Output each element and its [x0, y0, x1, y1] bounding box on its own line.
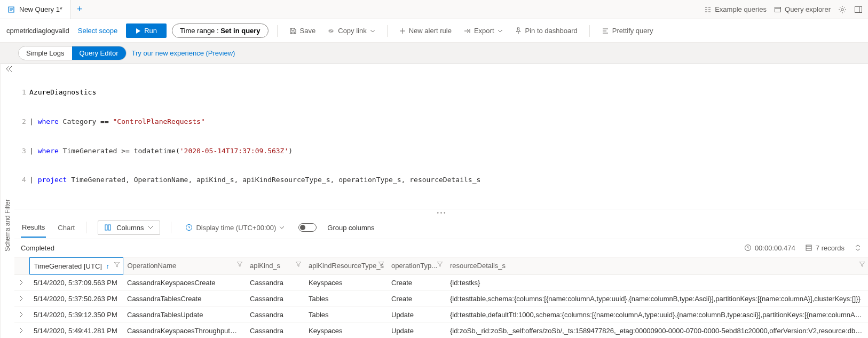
filter-icon[interactable]: [378, 262, 384, 267]
chevron-down-icon: [498, 28, 503, 34]
cell-details: {id:testtable,schema:{columns:[{name:col…: [446, 290, 868, 306]
table-header-row: TimeGenerated [UTC] ↑ OperationName apiK…: [14, 257, 868, 274]
cell-otype: Create: [387, 290, 446, 306]
chevron-down-icon: [370, 28, 375, 34]
example-queries-button[interactable]: Example queries: [704, 5, 767, 13]
prettify-label: Prettify query: [612, 27, 653, 35]
svg-rect-7: [806, 245, 811, 250]
play-icon: [136, 28, 141, 34]
expand-row-button[interactable]: [14, 290, 29, 306]
columns-icon: [105, 224, 112, 231]
chevron-down-icon: [148, 225, 153, 230]
cell-time: 5/14/2020, 5:37:09.563 PM: [29, 274, 123, 290]
cell-operation: CassandraKeyspacesCreate: [123, 274, 246, 290]
col-apikind[interactable]: apiKind_s: [246, 257, 304, 274]
splitter[interactable]: • • •: [14, 209, 868, 217]
divider: [387, 25, 388, 37]
chevron-expand-icon[interactable]: [854, 244, 862, 251]
elapsed-time: 00:00:00.474: [755, 244, 795, 252]
prettify-button[interactable]: Prettify query: [598, 27, 657, 35]
results-toolbar: Results Chart Columns Display time (UTC+…: [14, 217, 868, 239]
cell-details: {id:testtable,defaultTtl:1000,schema:{co…: [446, 306, 868, 323]
divider: [589, 25, 590, 37]
cell-rtype: Keyspaces: [304, 274, 387, 290]
settings-icon[interactable]: [838, 5, 847, 14]
status-bar: Completed 00:00:00.474 7 records: [14, 239, 868, 257]
cell-otype: Create: [387, 274, 446, 290]
cell-details: {id:testks}: [446, 274, 868, 290]
panel-icon[interactable]: [854, 5, 863, 14]
query-editor[interactable]: 1AzureDiagnostics 2| where Category == "…: [14, 64, 868, 209]
record-count: 7 records: [816, 244, 845, 252]
cell-operation: CassandraTablesCreate: [123, 290, 246, 306]
pin-button[interactable]: Pin to dashboard: [511, 27, 581, 35]
columns-label: Columns: [116, 224, 144, 232]
columns-button[interactable]: Columns: [98, 221, 160, 235]
svg-rect-0: [775, 7, 781, 12]
format-icon: [602, 27, 609, 35]
preview-link[interactable]: Try our new experience (Preview): [132, 49, 235, 57]
time-range-button[interactable]: Time range : Set in query: [172, 23, 269, 38]
new-alert-rule-button[interactable]: New alert rule: [396, 27, 455, 35]
sort-asc-icon: ↑: [106, 262, 110, 270]
col-resourcetype[interactable]: apiKindResourceType_s: [304, 257, 387, 274]
simple-logs-tab[interactable]: Simple Logs: [19, 46, 72, 60]
svg-rect-4: [108, 225, 111, 230]
tab-new-query[interactable]: New Query 1*: [0, 0, 70, 19]
kw-where: where: [38, 117, 59, 125]
query-explorer-button[interactable]: Query explorer: [774, 5, 831, 13]
table-row[interactable]: 5/14/2020, 5:37:50.263 PMCassandraTables…: [14, 290, 868, 306]
schema-filter-panel-label[interactable]: Schema and Filter: [0, 64, 14, 338]
col-resourcedetails[interactable]: resourceDetails_s: [446, 257, 868, 274]
scope-name: cpmetricdiaglogvalid: [6, 27, 69, 35]
tab-results[interactable]: Results: [21, 218, 46, 238]
svg-rect-2: [855, 6, 862, 12]
cell-kind: Cassandra: [246, 323, 304, 338]
table-row[interactable]: 5/14/2020, 5:37:09.563 PMCassandraKeyspa…: [14, 274, 868, 290]
export-label: Export: [474, 27, 494, 35]
mode-toggle: Simple Logs Query Editor: [18, 46, 127, 60]
tab-bar: New Query 1* + Example queries Query exp…: [0, 0, 868, 19]
mode-bar: Simple Logs Query Editor Try our new exp…: [0, 43, 868, 64]
divider: [277, 25, 278, 37]
toolbar: cpmetricdiaglogvalid Select scope Run Ti…: [0, 19, 868, 43]
cell-time: 5/14/2020, 5:39:12.350 PM: [29, 306, 123, 323]
display-time-label: Display time (UTC+00:00): [196, 224, 276, 232]
display-time-button[interactable]: Display time (UTC+00:00): [182, 224, 288, 232]
cell-otype: Update: [387, 306, 446, 323]
example-queries-label: Example queries: [715, 5, 767, 13]
time-range-value: Set in query: [220, 27, 260, 35]
cell-details: {id:zoSb,_rid:zoSb,_self:offers/zoSb/,_t…: [446, 323, 868, 338]
export-button[interactable]: Export: [460, 27, 506, 35]
col-operationtype[interactable]: operationTyp...: [387, 257, 446, 274]
col-timegenerated[interactable]: TimeGenerated [UTC] ↑: [29, 257, 123, 274]
cell-kind: Cassandra: [246, 274, 304, 290]
filter-icon[interactable]: [859, 262, 865, 267]
expand-row-button[interactable]: [14, 274, 29, 290]
save-icon: [289, 27, 297, 35]
add-tab-button[interactable]: +: [70, 4, 89, 15]
table-row[interactable]: 5/14/2020, 5:39:12.350 PMCassandraTables…: [14, 306, 868, 323]
save-button[interactable]: Save: [286, 27, 319, 35]
tab-label: New Query 1*: [19, 5, 62, 13]
filter-icon[interactable]: [237, 262, 242, 267]
expand-row-button[interactable]: [14, 306, 29, 323]
copy-link-button[interactable]: Copy link: [324, 27, 378, 35]
group-columns-toggle[interactable]: [298, 223, 317, 232]
kw-where: where: [38, 147, 59, 155]
filter-icon[interactable]: [296, 262, 301, 267]
cell-kind: Cassandra: [246, 306, 304, 323]
filter-icon[interactable]: [437, 262, 443, 267]
table-row[interactable]: 5/14/2020, 5:49:41.281 PMCassandraKeyspa…: [14, 323, 868, 338]
cell-operation: CassandraKeyspacesThroughputUpdate: [123, 323, 246, 338]
run-button[interactable]: Run: [126, 23, 167, 38]
tab-chart[interactable]: Chart: [57, 218, 76, 237]
query-editor-tab[interactable]: Query Editor: [72, 46, 126, 60]
clock-icon: [744, 244, 752, 251]
col-operationname[interactable]: OperationName: [123, 257, 246, 274]
save-label: Save: [300, 27, 316, 35]
select-scope-button[interactable]: Select scope: [75, 27, 121, 35]
clock-icon: [185, 224, 193, 231]
expand-row-button[interactable]: [14, 323, 29, 338]
filter-icon[interactable]: [114, 262, 120, 268]
